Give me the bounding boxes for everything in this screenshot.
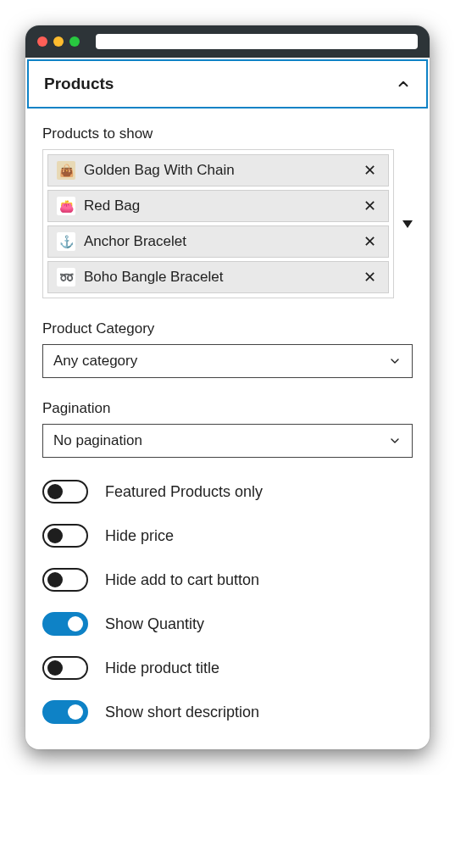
toggle-switch[interactable] <box>42 612 88 636</box>
pagination-value: No pagination <box>53 432 142 449</box>
product-category-label: Product Category <box>42 320 413 337</box>
toggle-label: Hide price <box>105 527 174 545</box>
remove-icon[interactable]: ✕ <box>360 232 380 251</box>
products-panel: Products Products to show 👜Golden Bag Wi… <box>25 59 430 749</box>
product-category-select[interactable]: Any category <box>42 344 413 378</box>
toggle-switch[interactable] <box>42 700 88 724</box>
chevron-up-icon <box>396 76 411 92</box>
zoom-dot-icon[interactable] <box>69 36 80 47</box>
product-thumb-icon: ➿ <box>57 268 75 287</box>
url-bar[interactable] <box>96 34 418 49</box>
toggle-label: Hide product title <box>105 659 219 677</box>
products-to-show-label: Products to show <box>42 125 413 142</box>
pagination-select[interactable]: No pagination <box>42 424 413 458</box>
toggle-row: Hide add to cart button <box>42 568 413 592</box>
close-dot-icon[interactable] <box>37 36 47 47</box>
remove-icon[interactable]: ✕ <box>360 268 380 287</box>
panel-header[interactable]: Products <box>27 59 428 108</box>
product-chip-label: Golden Bag With Chain <box>84 162 352 179</box>
product-thumb-icon: 👛 <box>57 197 75 215</box>
remove-icon[interactable]: ✕ <box>360 197 380 215</box>
toggle-row: Hide product title <box>42 656 413 680</box>
product-category-value: Any category <box>53 353 137 370</box>
products-multiselect[interactable]: 👜Golden Bag With Chain✕👛Red Bag✕⚓Anchor … <box>42 149 394 298</box>
product-chip-label: Red Bag <box>84 198 352 214</box>
window: Products Products to show 👜Golden Bag Wi… <box>25 25 430 749</box>
products-multiselect-wrap: 👜Golden Bag With Chain✕👛Red Bag✕⚓Anchor … <box>42 149 413 298</box>
toggle-label: Hide add to cart button <box>105 571 259 589</box>
minimize-dot-icon[interactable] <box>53 36 64 47</box>
product-thumb-icon: ⚓ <box>57 232 75 251</box>
product-thumb-icon: 👜 <box>57 161 75 180</box>
toggle-label: Featured Products only <box>105 483 263 501</box>
product-chip: 👜Golden Bag With Chain✕ <box>47 154 389 186</box>
toggle-switch[interactable] <box>42 568 88 592</box>
toggle-row: Featured Products only <box>42 480 413 504</box>
titlebar <box>25 25 430 58</box>
toggle-switch[interactable] <box>42 656 88 680</box>
toggle-switch[interactable] <box>42 480 88 504</box>
remove-icon[interactable]: ✕ <box>360 161 380 180</box>
toggle-label: Show Quantity <box>105 615 204 633</box>
toggle-row: Show short description <box>42 700 413 724</box>
product-chip: 👛Red Bag✕ <box>47 190 389 222</box>
product-chip-label: Boho Bangle Bracelet <box>84 269 352 286</box>
toggle-list: Featured Products onlyHide priceHide add… <box>42 480 413 724</box>
multiselect-caret-icon[interactable] <box>402 220 413 228</box>
toggle-row: Show Quantity <box>42 612 413 636</box>
panel-title: Products <box>44 75 114 93</box>
toggle-switch[interactable] <box>42 524 88 548</box>
chevron-down-icon <box>388 434 402 448</box>
panel-body: Products to show 👜Golden Bag With Chain✕… <box>25 110 430 749</box>
product-chip-label: Anchor Bracelet <box>84 233 352 250</box>
chevron-down-icon <box>388 354 402 368</box>
product-chip: ➿Boho Bangle Bracelet✕ <box>47 261 389 293</box>
product-chip: ⚓Anchor Bracelet✕ <box>47 225 389 258</box>
toggle-row: Hide price <box>42 524 413 548</box>
pagination-label: Pagination <box>42 400 413 417</box>
toggle-label: Show short description <box>105 704 259 721</box>
